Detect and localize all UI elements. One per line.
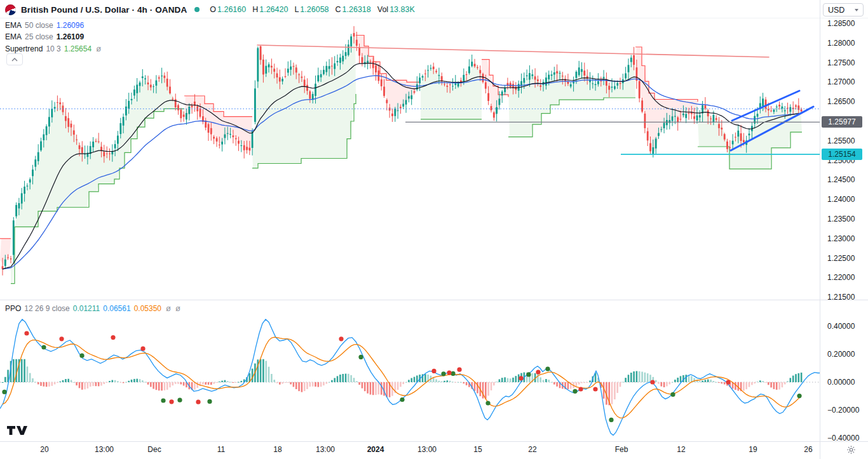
ppo-signal-value: 0.05350 bbox=[134, 304, 161, 313]
header-divider bbox=[0, 18, 868, 18]
legend-ppo[interactable]: PPO 12 26 9 close 0.01211 0.06561 0.0535… bbox=[5, 303, 180, 313]
price-level-badge: 1.25977 bbox=[822, 116, 862, 128]
high-value: 1.26420 bbox=[259, 5, 288, 14]
time-tick-label: 22 bbox=[528, 445, 536, 454]
open-value: 1.26160 bbox=[217, 5, 246, 14]
supertrend-value: 1.25654 bbox=[64, 44, 92, 53]
chevron-down-icon bbox=[855, 9, 858, 11]
symbol-header: British Pound / U.S. Dollar · 4h · OANDA… bbox=[5, 3, 415, 16]
ppo-line-value: 0.06561 bbox=[103, 304, 130, 313]
time-tick-label: 12 bbox=[677, 445, 685, 454]
ppo-tick-label: 0.00000 bbox=[827, 378, 855, 387]
currency-label: USD bbox=[828, 6, 844, 15]
ema50-value: 1.26096 bbox=[57, 21, 84, 30]
open-label: O bbox=[210, 5, 216, 14]
price-tick-label: 1.24500 bbox=[827, 175, 855, 184]
time-tick-label: 2024 bbox=[367, 445, 384, 454]
collapse-legend-button[interactable] bbox=[6, 53, 23, 65]
price-level-badge: 1.25154 bbox=[822, 149, 862, 160]
symbol-flag-icon bbox=[5, 4, 16, 15]
volume-label: Vol bbox=[377, 5, 388, 14]
price-tick-label: 1.25500 bbox=[827, 136, 855, 145]
price-tick-label: 1.23500 bbox=[827, 215, 855, 223]
ppo-tick-label: 0.40000 bbox=[827, 322, 855, 331]
time-tick-label: 13:00 bbox=[316, 445, 335, 454]
time-tick-label: 11 bbox=[217, 445, 225, 454]
empty-value-icon: ø bbox=[96, 44, 101, 53]
settings-gear-icon[interactable] bbox=[846, 445, 857, 455]
close-label: C bbox=[336, 5, 341, 14]
time-tick-label: 19 bbox=[749, 445, 757, 454]
legend-ema50[interactable]: EMA 50 close 1.26096 bbox=[5, 21, 84, 30]
time-scale[interactable]: 2013:00Dec111813:00202413:001522Feb12192… bbox=[0, 442, 868, 459]
price-tick-label: 1.24000 bbox=[827, 195, 855, 204]
time-tick-label: 18 bbox=[273, 445, 281, 454]
price-tick-label: 1.21500 bbox=[827, 293, 855, 302]
time-tick-label: 26 bbox=[804, 445, 812, 454]
price-scale[interactable]: 1.285001.280001.275001.270001.265001.255… bbox=[820, 0, 868, 441]
ema25-value: 1.26109 bbox=[57, 32, 84, 41]
ppo-indicator-pane[interactable] bbox=[0, 300, 820, 441]
symbol-title[interactable]: British Pound / U.S. Dollar · 4h · OANDA bbox=[21, 5, 187, 15]
pane-divider[interactable] bbox=[0, 300, 868, 300]
price-tick-label: 1.27000 bbox=[827, 77, 855, 86]
ppo-tick-label: −0.40000 bbox=[827, 434, 859, 442]
ppo-tick-label: −0.20000 bbox=[827, 406, 859, 415]
time-tick-label: Dec bbox=[147, 445, 161, 454]
high-label: H bbox=[252, 5, 258, 14]
tradingview-logo[interactable] bbox=[6, 424, 29, 439]
low-label: L bbox=[294, 5, 299, 14]
price-tick-label: 1.22500 bbox=[827, 254, 855, 263]
price-tick-label: 1.23000 bbox=[827, 234, 855, 243]
empty-value-icon: ø bbox=[166, 303, 171, 313]
price-tick-label: 1.28000 bbox=[827, 39, 855, 48]
time-tick-label: 13:00 bbox=[95, 445, 114, 454]
empty-value-icon: ø bbox=[175, 303, 180, 313]
price-tick-label: 1.26500 bbox=[827, 97, 855, 106]
currency-selector[interactable]: USD bbox=[823, 3, 864, 17]
close-value: 1.26318 bbox=[342, 5, 371, 14]
price-chart-pane[interactable] bbox=[0, 0, 820, 300]
ohlc-values: O1.26160 H1.26420 L1.26058 C1.26318 Vol1… bbox=[210, 5, 415, 14]
low-value: 1.26058 bbox=[300, 5, 329, 14]
legend-ema25[interactable]: EMA 25 close 1.26109 bbox=[5, 32, 84, 41]
ppo-histogram-value: 0.01211 bbox=[73, 304, 100, 313]
time-tick-label: 20 bbox=[40, 445, 48, 454]
price-tick-label: 1.28500 bbox=[827, 19, 855, 28]
price-tick-label: 1.27500 bbox=[827, 58, 855, 67]
time-tick-label: Feb bbox=[615, 445, 628, 454]
chevron-up-icon bbox=[11, 58, 18, 62]
price-tick-label: 1.22000 bbox=[827, 273, 855, 282]
volume-value: 13.83K bbox=[390, 5, 415, 14]
market-status-dot-icon[interactable] bbox=[194, 7, 200, 12]
legend-supertrend[interactable]: Supertrend 10 3 1.25654 ø bbox=[5, 44, 101, 53]
tradingview-chart-window: British Pound / U.S. Dollar · 4h · OANDA… bbox=[0, 0, 868, 459]
ppo-tick-label: 0.20000 bbox=[827, 350, 855, 359]
time-tick-label: 13:00 bbox=[417, 445, 437, 454]
time-tick-label: 15 bbox=[473, 445, 482, 454]
